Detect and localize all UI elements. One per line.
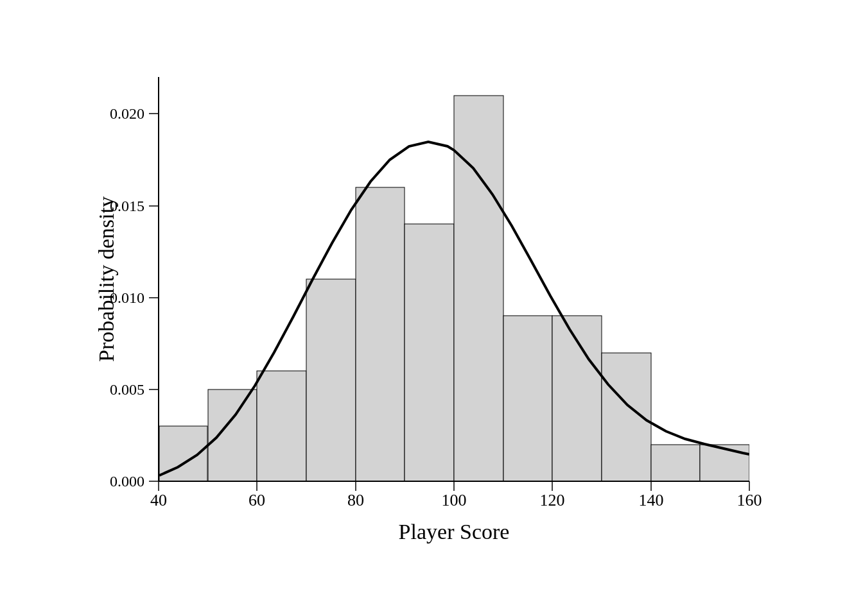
bar-7: [503, 316, 552, 481]
bar-3: [306, 279, 356, 481]
bar-2: [257, 371, 306, 481]
x-label-60: 60: [248, 491, 265, 509]
x-label-40: 40: [150, 491, 167, 509]
y-label-020: 0.020: [110, 105, 144, 122]
chart-container: 40 60 80 100 120 140 160 0.000: [46, 32, 817, 584]
x-label-100: 100: [442, 491, 467, 509]
bar-6: [454, 96, 503, 481]
x-axis-label: Player Score: [399, 520, 510, 543]
y-label-0: 0.000: [110, 473, 144, 490]
y-axis-label: Probability density: [94, 196, 118, 362]
bar-10: [651, 445, 700, 481]
bar-5: [405, 224, 454, 481]
x-label-160: 160: [737, 491, 762, 509]
x-label-80: 80: [347, 491, 364, 509]
x-label-140: 140: [639, 491, 664, 509]
chart-wrap: 40 60 80 100 120 140 160 0.000: [94, 58, 769, 558]
x-label-120: 120: [540, 491, 565, 509]
histogram-svg: 40 60 80 100 120 140 160 0.000: [94, 58, 769, 558]
bar-1: [208, 389, 257, 481]
y-label-005: 0.005: [110, 381, 144, 398]
bar-4: [356, 187, 405, 481]
bar-11: [700, 445, 749, 481]
